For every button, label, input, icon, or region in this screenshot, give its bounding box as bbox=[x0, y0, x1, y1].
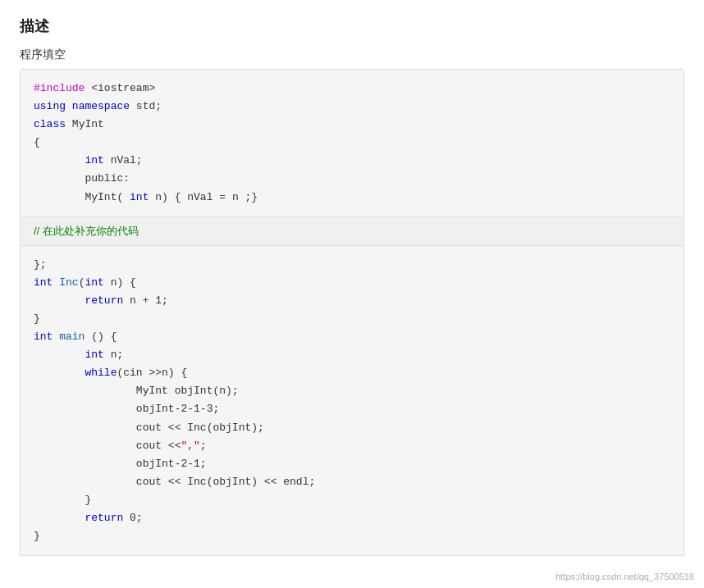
code-block-top: #include <iostream> using namespace std;… bbox=[20, 69, 684, 217]
watermark: https://blog.csdn.net/qq_37500518 bbox=[555, 572, 694, 572]
separator-block: // 在此处补充你的代码 bbox=[20, 217, 684, 246]
page-title: 描述 bbox=[20, 16, 684, 36]
section-label: 程序填空 bbox=[20, 48, 684, 62]
code-block-bottom: }; int Inc(int n) { return n + 1; } int … bbox=[20, 246, 684, 557]
